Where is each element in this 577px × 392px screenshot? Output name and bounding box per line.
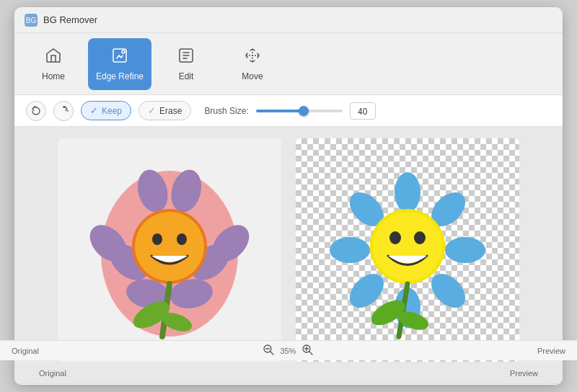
window-title: BG Remover [43, 14, 97, 25]
original-label: Original [39, 369, 66, 378]
edge-refine-icon [111, 47, 128, 68]
svg-point-25 [445, 237, 485, 263]
keep-button[interactable]: ✓ Keep [81, 101, 131, 120]
svg-point-17 [135, 212, 204, 281]
original-flower-image [83, 153, 256, 347]
preview-flower-image [321, 153, 494, 347]
erase-check-icon: ✓ [148, 105, 156, 116]
nav-item-edit[interactable]: Edit [154, 38, 218, 90]
erase-label: Erase [159, 106, 182, 116]
nav-label-edge-refine: Edge Refine [96, 71, 144, 81]
bottom-bar: New Image Download [14, 383, 563, 385]
svg-point-26 [330, 237, 370, 263]
redo-button[interactable] [53, 101, 74, 121]
svg-point-33 [414, 231, 426, 244]
controls-bar: ✓ Keep ✓ Erase Brush Size: 40 [14, 95, 563, 127]
svg-line-40 [309, 352, 312, 355]
svg-point-32 [389, 231, 401, 244]
svg-point-31 [373, 212, 442, 281]
svg-point-19 [177, 233, 187, 245]
preview-label: Preview [510, 369, 538, 378]
zoom-controls: 35% [263, 344, 313, 357]
nav-label-home: Home [42, 71, 65, 81]
svg-point-18 [152, 233, 162, 245]
nav-item-move[interactable]: Move [221, 38, 284, 90]
zoom-level: 35% [280, 347, 296, 355]
preview-status-label: Preview [537, 347, 563, 355]
original-status-label: Original [14, 347, 39, 355]
brush-value-display: 40 [350, 102, 376, 120]
app-icon: BG [25, 14, 38, 27]
zoom-out-icon[interactable] [263, 344, 274, 357]
svg-line-37 [270, 352, 273, 355]
title-bar: BG BG Remover [14, 7, 563, 33]
svg-point-3 [122, 50, 125, 53]
nav-label-edit: Edit [179, 71, 194, 81]
erase-button[interactable]: ✓ Erase [138, 101, 191, 120]
preview-canvas[interactable] [296, 138, 519, 362]
home-icon [45, 47, 62, 68]
edit-icon [177, 47, 195, 68]
keep-check-icon: ✓ [90, 105, 98, 116]
brush-size-label: Brush Size: [204, 106, 248, 116]
brush-size-slider-container [256, 110, 343, 112]
zoom-in-icon[interactable] [301, 344, 313, 357]
app-window: BG BG Remover Home Edge Refine [14, 7, 563, 385]
nav-bar: Home Edge Refine Edit [14, 33, 563, 95]
svg-text:BG: BG [26, 17, 37, 24]
nav-item-home[interactable]: Home [22, 38, 85, 90]
undo-button[interactable] [26, 101, 46, 121]
keep-label: Keep [102, 106, 122, 116]
svg-point-22 [395, 172, 420, 213]
nav-item-edge-refine[interactable]: Edge Refine [88, 38, 151, 90]
original-canvas[interactable] [58, 138, 281, 362]
slider-thumb [299, 106, 309, 116]
nav-label-move: Move [242, 71, 263, 81]
move-icon [244, 47, 261, 68]
brush-size-slider[interactable] [256, 110, 343, 112]
